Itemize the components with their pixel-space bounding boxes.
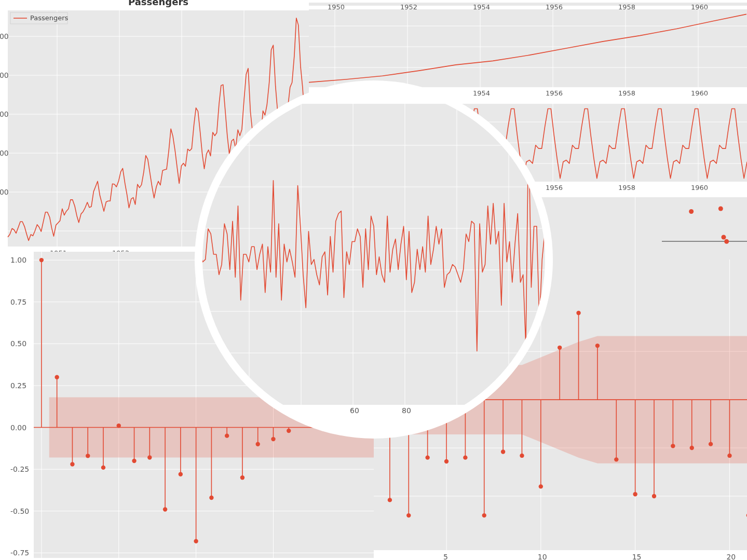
svg-text:1958: 1958 bbox=[618, 89, 635, 97]
svg-point-153 bbox=[194, 539, 198, 543]
svg-text:200: 200 bbox=[0, 188, 9, 196]
svg-text:400: 400 bbox=[0, 110, 9, 118]
svg-text:20: 20 bbox=[726, 553, 736, 560]
svg-point-99 bbox=[690, 446, 694, 450]
svg-point-89 bbox=[595, 344, 600, 348]
svg-text:80: 80 bbox=[402, 406, 411, 415]
svg-text:1958: 1958 bbox=[618, 3, 635, 11]
svg-rect-170 bbox=[662, 197, 747, 259]
svg-text:1950: 1950 bbox=[328, 3, 345, 11]
svg-text:-0.25: -0.25 bbox=[10, 465, 29, 473]
svg-text:1960: 1960 bbox=[691, 184, 708, 192]
svg-text:1.00: 1.00 bbox=[10, 256, 26, 264]
svg-point-87 bbox=[576, 311, 580, 315]
svg-point-145 bbox=[132, 459, 136, 463]
svg-text:1956: 1956 bbox=[546, 3, 563, 11]
svg-text:1952: 1952 bbox=[400, 3, 417, 11]
svg-point-135 bbox=[55, 375, 59, 379]
svg-text:0.75: 0.75 bbox=[10, 298, 26, 306]
chart-stationary: 60 80 bbox=[187, 73, 561, 446]
svg-text:60: 60 bbox=[350, 406, 359, 415]
svg-text:1954: 1954 bbox=[473, 3, 490, 11]
svg-point-67 bbox=[388, 498, 392, 502]
passengers-legend: Passengers bbox=[10, 12, 69, 24]
svg-text:-0.50: -0.50 bbox=[10, 507, 29, 515]
svg-point-175 bbox=[724, 239, 729, 244]
svg-point-155 bbox=[209, 496, 213, 500]
svg-point-95 bbox=[652, 494, 656, 498]
svg-point-93 bbox=[633, 492, 637, 496]
svg-point-143 bbox=[117, 424, 121, 428]
svg-point-139 bbox=[86, 454, 90, 458]
svg-text:0.50: 0.50 bbox=[10, 339, 26, 348]
passengers-title: Passengers bbox=[128, 0, 188, 7]
svg-point-173 bbox=[718, 207, 723, 211]
svg-point-133 bbox=[39, 258, 44, 262]
svg-point-79 bbox=[501, 449, 505, 454]
chart-corner-scatter bbox=[662, 197, 747, 259]
svg-point-151 bbox=[179, 472, 183, 476]
svg-point-149 bbox=[163, 507, 167, 511]
svg-point-141 bbox=[101, 466, 105, 470]
svg-point-71 bbox=[425, 455, 429, 459]
svg-text:-0.75: -0.75 bbox=[10, 549, 29, 557]
svg-text:5: 5 bbox=[443, 553, 448, 560]
svg-text:10: 10 bbox=[538, 553, 547, 560]
svg-point-147 bbox=[147, 455, 152, 459]
svg-point-73 bbox=[444, 459, 449, 463]
svg-text:Passengers: Passengers bbox=[30, 14, 69, 22]
svg-point-75 bbox=[463, 455, 467, 459]
svg-text:1960: 1960 bbox=[691, 89, 708, 97]
svg-point-159 bbox=[240, 475, 245, 480]
svg-text:1960: 1960 bbox=[691, 3, 708, 11]
svg-point-101 bbox=[709, 442, 713, 446]
svg-text:300: 300 bbox=[0, 149, 9, 157]
svg-text:0.25: 0.25 bbox=[10, 381, 26, 390]
svg-point-137 bbox=[70, 462, 74, 466]
svg-point-91 bbox=[614, 457, 618, 461]
svg-text:600: 600 bbox=[0, 32, 9, 40]
svg-point-77 bbox=[482, 513, 486, 517]
svg-point-97 bbox=[671, 444, 675, 448]
svg-point-83 bbox=[539, 484, 543, 488]
svg-text:0.00: 0.00 bbox=[10, 424, 26, 432]
svg-text:1958: 1958 bbox=[618, 184, 635, 192]
svg-point-172 bbox=[689, 209, 694, 214]
svg-point-174 bbox=[722, 235, 726, 240]
svg-rect-21 bbox=[309, 3, 747, 6]
svg-point-69 bbox=[406, 513, 411, 517]
svg-text:15: 15 bbox=[632, 553, 642, 560]
svg-point-103 bbox=[727, 454, 731, 458]
svg-point-81 bbox=[520, 454, 524, 458]
svg-text:500: 500 bbox=[0, 71, 9, 79]
